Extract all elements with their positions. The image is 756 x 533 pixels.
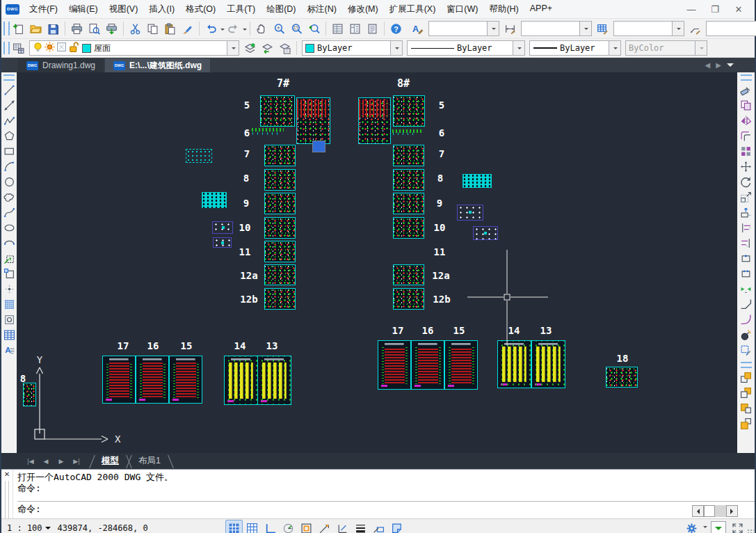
fillet-button[interactable]	[739, 312, 753, 327]
toolpalettes-button[interactable]	[364, 20, 381, 37]
tab-layout1[interactable]: 布局1	[129, 454, 170, 468]
scale-dropdown-icon[interactable]	[45, 527, 51, 532]
floorplan-thumbnail[interactable]	[23, 383, 36, 406]
pan-button[interactable]	[253, 20, 271, 37]
menu-item-tools[interactable]: 工具(T)	[221, 2, 261, 17]
close-button[interactable]: ✕	[728, 2, 749, 16]
linetype-combo-arrow[interactable]	[513, 41, 524, 55]
dyn-toggle[interactable]	[370, 520, 387, 533]
make-block-button[interactable]	[2, 266, 17, 281]
layer-combo-arrow[interactable]	[227, 41, 239, 55]
floorplan-thumbnail[interactable]	[264, 288, 296, 310]
menu-item-modify[interactable]: 修改(M)	[342, 2, 384, 17]
scroll-right-icon[interactable]	[726, 505, 738, 517]
tab-scroll-left-icon[interactable]: ◀	[705, 61, 711, 69]
lineweight-combo-arrow[interactable]	[609, 41, 620, 55]
explode-button[interactable]	[739, 327, 753, 342]
scrollbar-thumb[interactable]	[704, 505, 715, 517]
floorplan-thumbnail[interactable]	[393, 145, 424, 166]
offset-button[interactable]	[739, 128, 753, 143]
floorplan-thumbnail[interactable]	[393, 264, 424, 285]
rotate-button[interactable]	[739, 174, 753, 189]
floorplan-thumbnail[interactable]	[264, 193, 296, 214]
drawing-canvas[interactable]: 7#8#56789101112a12b56789101112a12b171615…	[17, 72, 737, 453]
line-button[interactable]	[2, 82, 17, 97]
move-button[interactable]	[739, 159, 753, 174]
construction-line-button[interactable]	[2, 97, 17, 113]
layer-previous-button[interactable]	[259, 40, 276, 56]
block-reference[interactable]	[186, 149, 212, 163]
linetype-combo[interactable]: ByLayer	[407, 40, 525, 56]
last-layout-button[interactable]: ▶|	[71, 458, 82, 465]
match-properties-button[interactable]	[179, 20, 196, 37]
copy-button[interactable]	[144, 20, 161, 37]
zoom-previous-button[interactable]	[305, 20, 323, 37]
block-reference[interactable]	[202, 192, 227, 208]
elevation-thumbnail[interactable]	[411, 340, 444, 390]
elevation-thumbnail[interactable]	[497, 340, 531, 388]
floorplan-thumbnail[interactable]	[264, 264, 296, 285]
block-reference[interactable]	[457, 205, 483, 221]
polar-toggle[interactable]	[280, 520, 297, 533]
tab-list-icon[interactable]	[727, 63, 734, 70]
region-button[interactable]	[2, 312, 17, 327]
minimize-button[interactable]: —	[681, 2, 702, 16]
spline-button[interactable]	[2, 205, 17, 220]
text-style-combo-arrow[interactable]	[487, 22, 499, 35]
make-object-layer-current-button[interactable]	[241, 40, 259, 56]
block-edit-button[interactable]	[739, 342, 753, 358]
tab-scroll-right-icon[interactable]: ▶	[716, 61, 721, 69]
designcenter-button[interactable]	[346, 20, 364, 37]
text-style-button[interactable]: A	[409, 20, 426, 37]
elevation-thumbnail[interactable]	[257, 356, 291, 405]
color-combo-arrow[interactable]	[390, 41, 402, 55]
dimension-style-button[interactable]	[501, 20, 519, 37]
menu-item-view[interactable]: 视图(V)	[104, 2, 144, 17]
floorplan-thumbnail[interactable]	[393, 95, 425, 127]
mirror-button[interactable]	[739, 113, 753, 128]
layer-states-button[interactable]	[276, 40, 293, 56]
command-grip[interactable]	[5, 481, 9, 518]
chamfer-button[interactable]	[739, 296, 753, 312]
first-layout-button[interactable]: |◀	[25, 458, 36, 465]
annotation-text[interactable]	[252, 127, 284, 136]
draworder-below-button[interactable]	[739, 415, 753, 431]
menu-item-app-plus[interactable]: APP+	[524, 2, 558, 17]
table-button[interactable]	[2, 327, 17, 342]
extend-button[interactable]	[739, 235, 753, 250]
polyline-button[interactable]	[2, 113, 17, 128]
menu-item-express[interactable]: 扩展工具(X)	[384, 2, 442, 17]
floorplan-thumbnail[interactable]	[358, 97, 391, 144]
layer-vpfreeze-icon[interactable]	[56, 41, 67, 55]
table-style-button[interactable]	[594, 20, 611, 37]
restore-button[interactable]: ❐	[705, 2, 725, 16]
floorplan-thumbnail[interactable]	[393, 217, 424, 239]
block-reference[interactable]	[213, 237, 232, 248]
table-style-combo-arrow[interactable]	[672, 22, 684, 35]
osnap-toggle[interactable]	[298, 520, 315, 533]
floorplan-thumbnail[interactable]	[296, 97, 330, 144]
help-button[interactable]: ?	[387, 20, 405, 37]
menu-item-file[interactable]: 文件(F)	[24, 2, 63, 17]
print-button[interactable]	[68, 20, 86, 37]
resize-grip[interactable]	[746, 528, 754, 533]
new-button[interactable]	[10, 20, 27, 37]
erase-button[interactable]	[739, 82, 753, 97]
tab-model[interactable]: 模型	[92, 454, 129, 468]
lineweight-combo[interactable]: ByLayer	[529, 40, 621, 56]
multileader-style-combo[interactable]	[706, 21, 756, 36]
join-button[interactable]	[739, 281, 753, 296]
elevation-thumbnail[interactable]	[224, 356, 258, 405]
zoom-realtime-button[interactable]	[271, 20, 288, 37]
selection-highlight[interactable]	[312, 141, 325, 152]
dimension-style-combo[interactable]	[521, 21, 592, 36]
draworder-front-button[interactable]	[739, 369, 753, 385]
scroll-left-icon[interactable]	[692, 505, 704, 517]
ellipse-button[interactable]	[2, 220, 17, 235]
layer-thaw-icon[interactable]	[44, 41, 56, 55]
table-style-combo[interactable]	[613, 21, 684, 36]
otrack-toggle[interactable]	[316, 520, 333, 533]
floorplan-thumbnail[interactable]	[260, 95, 295, 127]
lineweight-toggle[interactable]	[352, 520, 369, 533]
block-reference[interactable]	[463, 174, 492, 188]
